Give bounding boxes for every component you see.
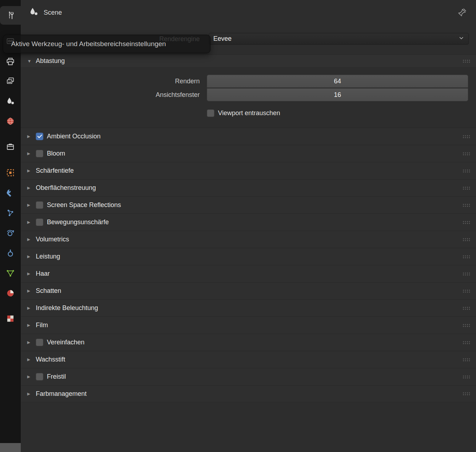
panel-checkbox[interactable] [36,150,43,157]
tab-tool[interactable] [0,6,21,25]
wrench-icon [6,188,15,198]
disclosure-closed-icon[interactable]: ▶ [27,203,36,207]
drag-handle-icon[interactable] [462,186,470,190]
editor-corner[interactable] [0,443,21,452]
panel-checkbox[interactable] [36,133,43,140]
tab-particles[interactable] [0,204,21,222]
disclosure-closed-icon[interactable]: ▶ [27,271,36,276]
tab-texture[interactable] [0,309,21,328]
drag-handle-icon[interactable] [462,169,470,173]
disclosure-closed-icon[interactable]: ▶ [27,254,36,259]
tool-icon [6,11,15,20]
panel-label: Indirekte Beleuchtung [36,304,98,312]
panel-oberflächenstreuung[interactable]: ▶ Oberflächenstreuung [21,179,476,196]
panel-freistil[interactable]: ▶ Freistil [21,368,476,385]
disclosure-closed-icon[interactable]: ▶ [27,374,36,379]
viewport-denoise-checkbox[interactable] [207,109,214,117]
panel-bewegungsunschärfe[interactable]: ▶ Bewegungsunschärfe [21,213,476,231]
disclosure-closed-icon[interactable]: ▶ [27,186,36,190]
panel-schärfentiefe[interactable]: ▶ Schärfentiefe [21,162,476,179]
physics-orbit-icon [6,229,15,238]
tab-view-layer[interactable] [0,72,21,90]
panel-leistung[interactable]: ▶ Leistung [21,248,476,265]
disclosure-closed-icon[interactable]: ▶ [27,151,36,156]
drag-handle-icon[interactable] [462,341,470,344]
panel-vereinfachen[interactable]: ▶ Vereinfachen [21,334,476,351]
render-samples-label: Rendern [21,75,200,88]
tab-physics[interactable] [0,224,21,242]
drag-handle-icon[interactable] [462,152,470,156]
material-sphere-icon [6,289,15,298]
breadcrumb-label: Scene [44,9,62,16]
drag-handle-icon[interactable] [462,358,470,362]
render-samples-field[interactable]: 64 [207,75,468,88]
tab-modifiers[interactable] [0,184,21,202]
viewport-denoise-row[interactable]: Viewport entrauschen [207,109,280,117]
tab-constraints[interactable] [0,244,21,262]
disclosure-closed-icon[interactable]: ▶ [27,340,36,345]
panel-label: Film [36,321,48,329]
panel-volumetrics[interactable]: ▶ Volumetrics [21,231,476,248]
panel-farbmanagement[interactable]: ▶ Farbmanagement [21,385,476,402]
viewport-samples-row: Ansichtsfenster 16 [21,88,476,102]
drag-handle-icon[interactable] [462,392,470,396]
panel-label: Wachsstift [36,356,65,363]
disclosure-open-icon[interactable]: ▼ [27,59,36,64]
drag-handle-icon[interactable] [462,324,470,327]
tab-object[interactable] [0,163,21,182]
panel-film[interactable]: ▶ Film [21,316,476,334]
disclosure-closed-icon[interactable]: ▶ [27,357,36,362]
disclosure-closed-icon[interactable]: ▶ [27,306,36,310]
drag-handle-icon[interactable] [462,203,470,207]
disclosure-closed-icon[interactable]: ▶ [27,168,36,173]
drag-handle-icon[interactable] [462,135,470,138]
scene-icon [6,97,15,106]
panel-label: Haar [36,270,50,277]
panel-wachsstift[interactable]: ▶ Wachsstift [21,351,476,368]
pin-button[interactable] [457,7,467,17]
disclosure-closed-icon[interactable]: ▶ [27,237,36,242]
panel-label: Schatten [36,287,61,295]
tab-world[interactable] [0,112,21,131]
drag-handle-icon[interactable] [462,59,470,63]
images-icon [6,77,15,86]
panel-label: Schärfentiefe [36,167,74,175]
panel-schatten[interactable]: ▶ Schatten [21,282,476,299]
drag-handle-icon[interactable] [462,221,470,224]
panel-screen-space-reflections[interactable]: ▶ Screen Space Reflections [21,196,476,213]
drag-handle-icon[interactable] [462,255,470,259]
tab-output[interactable] [0,52,21,71]
panel-checkbox[interactable] [36,373,43,380]
drag-handle-icon[interactable] [462,375,470,379]
panel-bloom[interactable]: ▶ Bloom [21,145,476,162]
drag-handle-icon[interactable] [462,272,470,276]
panel-ambient-occlusion[interactable]: ▶ Ambient Occlusion [21,128,476,145]
checker-texture-icon [6,314,15,323]
panel-checkbox[interactable] [36,218,43,226]
tab-collection[interactable] [0,138,21,156]
disclosure-closed-icon[interactable]: ▶ [27,289,36,293]
globe-icon [6,117,15,126]
disclosure-closed-icon[interactable]: ▶ [27,323,36,328]
panel-checkbox[interactable] [36,201,43,209]
drag-handle-icon[interactable] [462,306,470,310]
properties-editor: Scene Renderengine Eevee Aktive Werkzeug… [0,0,476,452]
properties-header: Scene [21,0,476,25]
panel-indirekte-beleuchtung[interactable]: ▶ Indirekte Beleuchtung [21,299,476,316]
tab-object-data[interactable] [0,264,21,282]
tab-material[interactable] [0,284,21,303]
panel-checkbox[interactable] [36,339,43,346]
drag-handle-icon[interactable] [462,289,470,293]
panel-label: Leistung [36,253,60,260]
panel-abtastung-header[interactable]: ▼ Abtastung [21,54,476,68]
disclosure-closed-icon[interactable]: ▶ [27,134,36,139]
drag-handle-icon[interactable] [462,238,470,241]
panel-haar[interactable]: ▶ Haar [21,265,476,282]
disclosure-closed-icon[interactable]: ▶ [27,392,36,396]
tooltip-text: Aktive Werkzeug- und Arbeitsbereichseins… [11,40,166,48]
tab-scene[interactable] [0,92,21,110]
render-engine-dropdown[interactable]: Eevee [209,33,469,45]
object-square-icon [6,168,15,177]
viewport-samples-field[interactable]: 16 [207,88,468,101]
disclosure-closed-icon[interactable]: ▶ [27,220,36,225]
